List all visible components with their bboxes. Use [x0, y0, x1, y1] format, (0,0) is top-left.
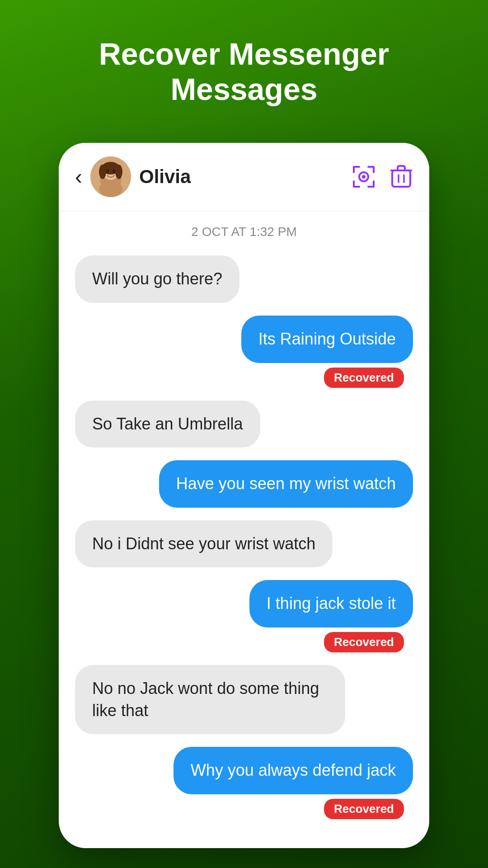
message-row-7: No no Jack wont do some thing like that	[75, 665, 413, 734]
bubble-5: No i Didnt see your wrist watch	[75, 520, 333, 568]
trash-icon[interactable]	[389, 165, 413, 189]
svg-point-3	[99, 181, 122, 197]
message-row-6: I thing jack stole it Recovered	[75, 580, 413, 652]
svg-point-7	[106, 170, 109, 173]
chat-body: 2 OCT AT 1:32 PM Will you go there? Its …	[59, 211, 429, 848]
svg-point-10	[362, 175, 366, 179]
bubble-7: No no Jack wont do some thing like that	[75, 665, 345, 734]
bubble-6: I thing jack stole it	[249, 580, 413, 627]
phone-card: ‹ Olivia	[59, 143, 429, 848]
message-row-4: Have you seen my wrist watch	[75, 460, 413, 508]
chat-header: ‹ Olivia	[59, 143, 429, 211]
message-row-3: So Take an Umbrella	[75, 401, 413, 448]
recovered-badge-8: Recovered	[324, 799, 404, 819]
chat-timestamp: 2 OCT AT 1:32 PM	[75, 225, 413, 239]
bubble-8: Why you always defend jack	[174, 747, 413, 794]
scan-icon[interactable]	[351, 164, 377, 190]
bubble-2: Its Raining Outside	[241, 316, 413, 363]
message-row-5: No i Didnt see your wrist watch	[75, 520, 413, 568]
message-row-1: Will you go there?	[75, 255, 413, 303]
message-row-2: Its Raining Outside Recovered	[75, 316, 413, 388]
page-title: Recover Messenger Messages	[0, 36, 488, 107]
back-button[interactable]: ‹	[75, 166, 82, 188]
svg-point-8	[113, 170, 115, 173]
bubble-1: Will you go there?	[75, 255, 239, 303]
avatar	[90, 156, 131, 197]
svg-point-6	[115, 165, 122, 179]
svg-rect-11	[392, 170, 410, 187]
contact-name: Olivia	[139, 166, 351, 188]
recovered-badge-2: Recovered	[324, 368, 404, 388]
bubble-4: Have you seen my wrist watch	[159, 460, 413, 508]
bubble-3: So Take an Umbrella	[75, 401, 260, 448]
recovered-badge-6: Recovered	[324, 632, 404, 652]
header-icons	[351, 164, 413, 190]
message-row-8: Why you always defend jack Recovered	[75, 747, 413, 819]
svg-point-5	[99, 165, 106, 179]
